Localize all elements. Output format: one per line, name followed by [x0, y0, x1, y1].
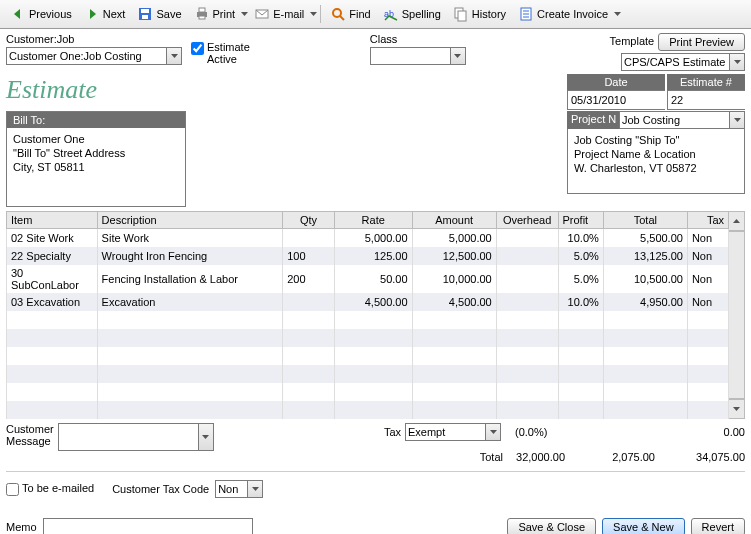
save-new-button[interactable]: Save & New [602, 518, 685, 535]
print-button[interactable]: Print [188, 3, 242, 25]
cell-overhead[interactable] [496, 383, 558, 401]
cell-desc[interactable] [97, 383, 283, 401]
cell-profit[interactable] [558, 383, 603, 401]
col-qty[interactable]: Qty [283, 212, 335, 229]
cell-overhead[interactable] [496, 311, 558, 329]
cell-tax[interactable] [687, 329, 728, 347]
cell-item[interactable]: 30 SubConLabor [7, 265, 98, 293]
cell-overhead[interactable] [496, 229, 558, 247]
cell-desc[interactable]: Wrought Iron Fencing [97, 247, 283, 265]
cell-amount[interactable] [412, 401, 496, 419]
col-overhead[interactable]: Overhead [496, 212, 558, 229]
cell-rate[interactable] [334, 329, 412, 347]
cell-overhead[interactable] [496, 265, 558, 293]
cell-rate[interactable]: 4,500.00 [334, 293, 412, 311]
cell-tax[interactable] [687, 401, 728, 419]
customer-job-select[interactable] [6, 47, 191, 65]
customer-job-input[interactable] [6, 47, 166, 65]
cell-total[interactable] [603, 311, 687, 329]
cell-total[interactable]: 5,500.00 [603, 229, 687, 247]
col-desc[interactable]: Description [97, 212, 283, 229]
cell-rate[interactable]: 125.00 [334, 247, 412, 265]
cell-total[interactable] [603, 347, 687, 365]
col-profit[interactable]: Profit [558, 212, 603, 229]
estimate-num-input[interactable] [668, 91, 751, 109]
customer-tax-code-select[interactable] [215, 480, 263, 498]
table-row[interactable] [7, 383, 729, 401]
cell-tax[interactable]: Non [687, 293, 728, 311]
chevron-down-icon[interactable] [166, 47, 182, 65]
cell-amount[interactable] [412, 383, 496, 401]
cell-rate[interactable] [334, 365, 412, 383]
col-amount[interactable]: Amount [412, 212, 496, 229]
cell-amount[interactable]: 4,500.00 [412, 293, 496, 311]
tax-select[interactable] [405, 423, 515, 441]
chevron-down-icon[interactable] [450, 47, 466, 65]
cell-overhead[interactable] [496, 329, 558, 347]
cell-profit[interactable] [558, 311, 603, 329]
template-input[interactable] [621, 53, 729, 71]
template-select[interactable] [621, 53, 745, 71]
find-button[interactable]: Find [324, 3, 376, 25]
cell-total[interactable]: 10,500.00 [603, 265, 687, 293]
cell-amount[interactable]: 12,500.00 [412, 247, 496, 265]
scroll-down-button[interactable] [729, 399, 745, 419]
cell-item[interactable] [7, 347, 98, 365]
cell-desc[interactable] [97, 401, 283, 419]
project-input[interactable] [619, 111, 729, 129]
to-be-emailed-checkbox[interactable]: To be e-mailed [6, 482, 94, 496]
table-body[interactable]: 02 Site WorkSite Work5,000.005,000.0010.… [7, 229, 729, 419]
cell-qty[interactable]: 100 [283, 247, 335, 265]
cell-rate[interactable] [334, 401, 412, 419]
cell-profit[interactable]: 10.0% [558, 293, 603, 311]
bill-to-body[interactable]: Customer One "Bill To" Street Address Ci… [7, 128, 185, 206]
cell-qty[interactable] [283, 365, 335, 383]
cell-total[interactable]: 13,125.00 [603, 247, 687, 265]
cell-amount[interactable]: 10,000.00 [412, 265, 496, 293]
estimate-active-input[interactable] [191, 42, 204, 55]
table-row[interactable] [7, 347, 729, 365]
cell-total[interactable] [603, 401, 687, 419]
table-row[interactable]: 22 SpecialtyWrought Iron Fencing100125.0… [7, 247, 729, 265]
cell-tax[interactable] [687, 383, 728, 401]
col-item[interactable]: Item [7, 212, 98, 229]
cell-amount[interactable] [412, 347, 496, 365]
cell-desc[interactable] [97, 365, 283, 383]
cell-desc[interactable]: Excavation [97, 293, 283, 311]
chevron-down-icon[interactable] [485, 423, 501, 441]
cell-qty[interactable] [283, 311, 335, 329]
chevron-down-icon[interactable] [729, 53, 745, 71]
cell-tax[interactable] [687, 365, 728, 383]
cell-profit[interactable]: 5.0% [558, 247, 603, 265]
cell-profit[interactable] [558, 365, 603, 383]
cell-tax[interactable]: Non [687, 229, 728, 247]
email-dropdown[interactable] [310, 12, 317, 16]
cell-rate[interactable]: 50.00 [334, 265, 412, 293]
spelling-button[interactable]: ab Spelling [377, 3, 447, 25]
cell-amount[interactable] [412, 329, 496, 347]
estimate-active-checkbox[interactable]: Estimate Active [191, 41, 250, 65]
cell-tax[interactable] [687, 347, 728, 365]
ship-to-body[interactable]: Job Costing "Ship To" Project Name & Loc… [568, 129, 744, 193]
cell-rate[interactable] [334, 347, 412, 365]
cell-total[interactable]: 4,950.00 [603, 293, 687, 311]
cell-overhead[interactable] [496, 347, 558, 365]
scrollbar-track[interactable] [729, 231, 745, 399]
cell-desc[interactable]: Fencing Installation & Labor [97, 265, 283, 293]
previous-button[interactable]: Previous [4, 3, 78, 25]
table-row[interactable]: 02 Site WorkSite Work5,000.005,000.0010.… [7, 229, 729, 247]
project-select[interactable] [619, 111, 745, 129]
cell-qty[interactable] [283, 229, 335, 247]
cell-tax[interactable]: Non [687, 265, 728, 293]
save-close-button[interactable]: Save & Close [507, 518, 596, 535]
cell-amount[interactable] [412, 365, 496, 383]
cell-total[interactable] [603, 383, 687, 401]
cell-desc[interactable] [97, 347, 283, 365]
col-tax[interactable]: Tax [687, 212, 728, 229]
revert-button[interactable]: Revert [691, 518, 745, 535]
cell-rate[interactable] [334, 311, 412, 329]
cell-profit[interactable]: 10.0% [558, 229, 603, 247]
chevron-down-icon[interactable] [729, 111, 745, 129]
col-rate[interactable]: Rate [334, 212, 412, 229]
table-row[interactable] [7, 401, 729, 419]
